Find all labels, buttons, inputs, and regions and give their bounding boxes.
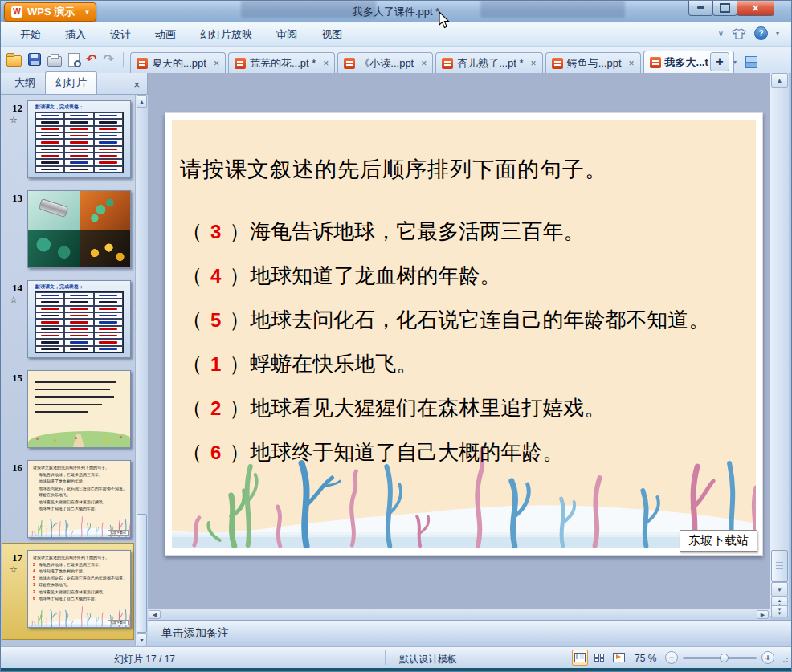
undo-icon[interactable]: ↶ (86, 52, 96, 67)
menu-item-4[interactable]: 幻灯片放映 (188, 23, 264, 46)
slide-thumbnail[interactable] (27, 190, 131, 268)
sentence-row: （4）地球知道了龙血树的年龄。 (182, 254, 756, 298)
quick-access-icons: ↶ ↷ ▾ (6, 51, 136, 68)
resize-grip[interactable] (778, 655, 788, 665)
scroll-right-icon[interactable]: ▶ (757, 610, 769, 619)
slide-thumbnail[interactable]: 请按课文叙述的先后顺序排列下面的句子。海龟告诉地球，它最多活两三百年。地球知道了… (27, 460, 131, 538)
thumb-sentence-text: 地球终于知道了自己大概的年龄。 (39, 507, 99, 511)
next-slide-button[interactable]: ▼ ▼ (771, 605, 788, 617)
doc-tab-0[interactable]: 夏天的...ppt× (130, 52, 226, 73)
table-text-bar (41, 295, 59, 297)
scroll-down-icon[interactable]: ▼ (137, 633, 147, 646)
menu-item-2[interactable]: 设计 (98, 23, 143, 46)
slideshow-button[interactable] (610, 650, 627, 666)
thumb-table-cell (35, 332, 64, 339)
menu-items: 开始插入设计动画幻灯片放映审阅视图 (8, 23, 354, 46)
chevron-down-icon[interactable]: ▾ (80, 8, 89, 16)
tab-outline[interactable]: 大纲 (5, 72, 45, 94)
close-button[interactable]: × (737, 0, 774, 16)
doc-tab-2[interactable]: 《小读...ppt× (337, 52, 433, 73)
close-tab-icon[interactable]: × (320, 58, 329, 69)
vertical-scrollbar[interactable]: ▲ ▼ ▲ ▲ ▼ ▼ (770, 73, 789, 616)
thumb-table-cell (35, 299, 64, 305)
text-line (35, 381, 116, 383)
zoom-thumb[interactable] (720, 654, 729, 662)
menu-item-5[interactable]: 审阅 (264, 23, 309, 46)
menu-item-0[interactable]: 开始 (8, 23, 53, 46)
slide-thumbnail-item[interactable]: 13 (0, 189, 133, 274)
zoom-tick (729, 654, 729, 662)
table-text-bar (41, 315, 59, 317)
normal-view-icon (574, 653, 586, 662)
slide-thumbnail-item[interactable]: 14☆默读课文，完成表格： (0, 279, 133, 364)
thumb-sentence-row: 3海龟告诉地球，它最多活两三百年。 (33, 563, 128, 567)
scroll-up-icon[interactable]: ▲ (771, 73, 788, 88)
scrollbar-thumb[interactable] (137, 514, 147, 633)
slide-page[interactable]: 请按课文叙述的先后顺序排列下面的句子。 （3）海龟告诉地球，它最多活两三百年。（… (165, 112, 763, 556)
thumb-table-cell (64, 126, 93, 132)
sidebar-scrollbar[interactable]: ▲ ▼ (135, 95, 148, 646)
wps-app-menu-button[interactable]: W WPS 演示 ▾ (4, 2, 96, 22)
close-tab-icon[interactable]: × (626, 58, 635, 69)
scroll-down-icon[interactable]: ▼ (771, 582, 788, 597)
collapse-toolbar-icon[interactable]: ∨ (718, 29, 724, 38)
new-tab-button[interactable]: + (710, 52, 729, 71)
close-tab-icon[interactable]: × (528, 58, 537, 69)
print-preview-icon[interactable] (68, 53, 80, 67)
text-line (35, 396, 114, 398)
save-icon[interactable] (28, 53, 41, 66)
slide-thumbnail-pane: 12☆默读课文，完成表格：1314☆默读课文，完成表格：1516 请按课文叙述的… (0, 95, 148, 646)
slide-thumbnail-item[interactable]: 16 请按课文叙述的先后顺序排列下面的句子。海龟告诉地球，它最多活两三百年。地球… (0, 458, 133, 544)
slide-thumbnail[interactable]: 请按课文叙述的先后顺序排列下面的句子。3海龟告诉地球，它最多活两三百年。4地球知… (27, 550, 131, 628)
doc-tab-1[interactable]: 荒芜的花...pt *× (228, 52, 335, 73)
redo-icon[interactable]: ↷ (103, 52, 113, 67)
sentence-list[interactable]: （3）海龟告诉地球，它最多活两三百年。（4）地球知道了龙血树的年龄。（5）地球去… (182, 210, 756, 474)
text-line (35, 389, 110, 391)
toolbar-separator (123, 52, 124, 67)
slide-title-text[interactable]: 请按课文叙述的先后顺序排列下面的句子。 (180, 155, 607, 184)
slide-sorter-button[interactable] (591, 650, 607, 666)
meadow-graphic (28, 431, 130, 447)
thumb-table-cell (35, 126, 64, 132)
minimize-button[interactable] (688, 0, 713, 16)
scroll-left-icon[interactable]: ◀ (149, 610, 161, 619)
ppt-file-icon (235, 58, 246, 69)
menu-item-6[interactable]: 视图 (309, 23, 354, 46)
switch-windows-icon[interactable] (745, 56, 759, 68)
skin-shirt-icon[interactable] (732, 28, 746, 39)
close-tab-icon[interactable]: × (210, 58, 219, 69)
normal-view-button[interactable] (572, 650, 588, 666)
scrollbar-thumb[interactable] (771, 550, 788, 582)
table-text-bar (70, 155, 88, 157)
open-file-icon[interactable] (6, 55, 22, 67)
zoom-in-button[interactable]: + (761, 651, 774, 664)
tab-slides[interactable]: 幻灯片 (45, 71, 97, 94)
animation-star-icon: ☆ (10, 115, 18, 125)
slide-thumbnail[interactable] (27, 370, 131, 448)
slide-thumbnail[interactable]: 默读课文，完成表格： (27, 280, 131, 358)
thumb-sentence-row: 6地球终于知道了自己大概的年龄。 (33, 597, 128, 601)
close-panel-icon[interactable]: × (133, 79, 140, 94)
slide-thumbnail-item[interactable]: 15 (0, 369, 133, 454)
maximize-button[interactable] (712, 0, 737, 16)
menu-item-1[interactable]: 插入 (53, 23, 98, 46)
chevron-down-icon[interactable]: ▾ (776, 30, 779, 37)
doc-tab-4[interactable]: 鳄鱼与...ppt× (545, 52, 641, 73)
new-tab-caret-icon[interactable]: ▾ (733, 59, 737, 66)
horizontal-scrollbar[interactable]: ◀ ▶ (148, 609, 770, 620)
doc-tab-label: 夏天的...ppt (152, 56, 206, 71)
doc-tab-3[interactable]: 杏儿熟了...pt *× (435, 52, 542, 73)
menu-item-3[interactable]: 动画 (143, 23, 188, 46)
help-icon[interactable]: ? (754, 26, 768, 40)
slide-thumbnail-item[interactable]: 12☆默读课文，完成表格： (0, 99, 133, 184)
print-icon[interactable] (47, 56, 62, 67)
zoom-track[interactable] (683, 657, 757, 659)
table-text-bar (99, 348, 117, 351)
zoom-out-button[interactable]: − (665, 651, 678, 664)
slide-thumbnail[interactable]: 默读课文，完成表格： (27, 100, 131, 178)
close-tab-icon[interactable]: × (418, 58, 427, 69)
scroll-up-icon[interactable]: ▲ (137, 95, 147, 108)
slide-thumbnail-item[interactable]: 17☆ 请按课文叙述的先后顺序排列下面的句子。3海龟告诉地球，它最多活两三百年。… (0, 548, 133, 633)
table-text-bar (41, 149, 59, 151)
notes-pane[interactable]: 单击添加备注 (148, 620, 792, 646)
